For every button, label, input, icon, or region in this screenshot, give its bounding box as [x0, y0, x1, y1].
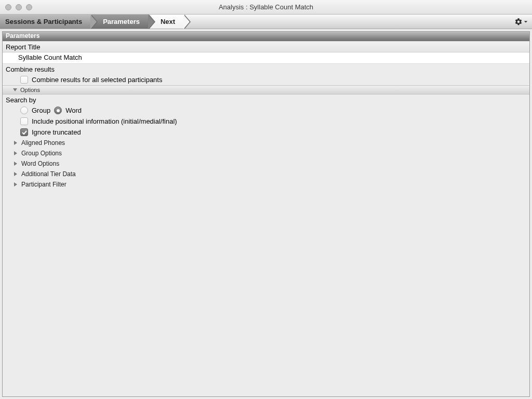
report-title-label: Report Title: [3, 41, 529, 52]
ignore-truncated-checkbox[interactable]: [20, 128, 28, 136]
chevron-down-icon: [13, 88, 17, 91]
tree-item-label: Participant Filter: [21, 181, 66, 188]
tree-item-label: Aligned Phones: [21, 139, 65, 147]
include-positional-label: Include positional information (initial/…: [32, 117, 177, 125]
step-sessions[interactable]: Sessions & Participants: [0, 15, 91, 29]
zoom-icon[interactable]: [26, 4, 32, 10]
search-by-group-label: Group: [32, 107, 50, 114]
settings-menu-button[interactable]: [514, 18, 528, 26]
parameters-panel: Parameters Report Title Combine results …: [2, 31, 530, 397]
combine-results-checkbox-label: Combine results for all selected partici…: [32, 76, 162, 84]
chevron-down-icon: [524, 20, 528, 24]
chevron-right-icon: [14, 151, 17, 155]
tree-item-group-options[interactable]: Group Options: [3, 148, 529, 158]
include-positional-checkbox[interactable]: [20, 117, 28, 125]
step-parameters-label: Parameters: [103, 18, 140, 25]
search-by-word-label: Word: [65, 107, 82, 114]
gear-icon: [514, 18, 523, 26]
tree-item-additional-tier-data[interactable]: Additional Tier Data: [3, 169, 529, 179]
chevron-right-icon: [14, 182, 17, 187]
step-sessions-label: Sessions & Participants: [5, 18, 82, 25]
tree-item-label: Group Options: [21, 150, 62, 157]
tree-item-label: Additional Tier Data: [21, 170, 76, 178]
options-disclosure-label: Options: [20, 87, 40, 93]
tree-item-participant-filter[interactable]: Participant Filter: [3, 179, 529, 190]
search-by-word-radio[interactable]: [54, 107, 62, 114]
tree-item-word-options[interactable]: Word Options: [3, 158, 529, 169]
step-parameters[interactable]: Parameters: [91, 15, 149, 29]
combine-results-label: Combine results: [3, 64, 529, 74]
window-titlebar: Analysis : Syllable Count Match: [0, 0, 532, 15]
report-title-input[interactable]: [18, 54, 526, 61]
ignore-truncated-label: Ignore truncated: [32, 128, 81, 136]
search-by-group-radio[interactable]: [20, 107, 28, 114]
chevron-right-icon: [14, 141, 17, 145]
search-by-label: Search by: [3, 95, 529, 105]
chevron-right-icon: [14, 162, 17, 166]
options-disclosure[interactable]: Options: [3, 85, 529, 95]
panel-title: Parameters: [3, 32, 529, 41]
tree-item-aligned-phones[interactable]: Aligned Phones: [3, 138, 529, 148]
chevron-right-icon: [14, 172, 17, 176]
combine-results-checkbox[interactable]: [20, 76, 28, 84]
close-icon[interactable]: [5, 4, 11, 10]
minimize-icon[interactable]: [16, 4, 22, 10]
window-title: Analysis : Syllable Count Match: [0, 3, 532, 11]
panel-body: Report Title Combine results Combine res…: [3, 41, 529, 396]
window-controls: [0, 4, 32, 10]
tree-item-label: Word Options: [21, 160, 59, 167]
step-next-label: Next: [161, 18, 175, 25]
breadcrumb: Sessions & Participants Parameters Next: [0, 15, 532, 29]
